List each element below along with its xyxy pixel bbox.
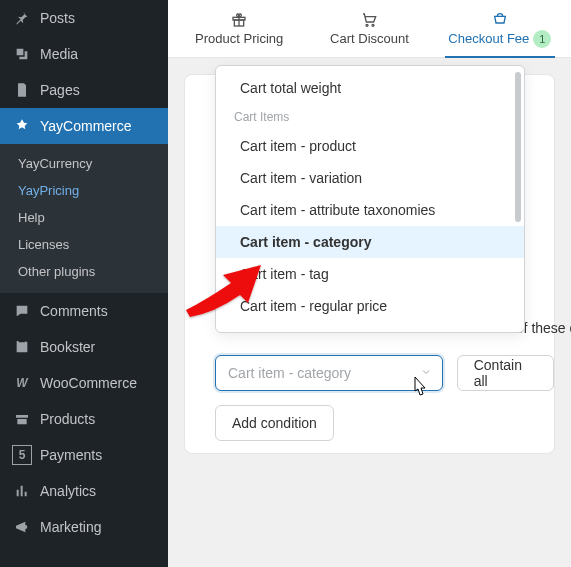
scrollbar[interactable] [515, 72, 521, 222]
condition-dropdown[interactable]: Cart total weight Cart Items Cart item -… [215, 65, 525, 333]
admin-sidebar: Posts Media Pages YayCommerce YayCurrenc… [0, 0, 168, 567]
submenu-licenses[interactable]: Licenses [0, 231, 168, 258]
sidebar-item-payments[interactable]: 5 Payments [0, 437, 168, 473]
condition-select-value: Cart item - category [228, 365, 351, 381]
calendar-icon [12, 337, 32, 357]
yay-icon [12, 116, 32, 136]
page-icon [12, 80, 32, 100]
sidebar-item-label: WooCommerce [40, 375, 137, 391]
svg-point-3 [372, 24, 374, 26]
megaphone-icon [12, 517, 32, 537]
dropdown-item[interactable]: Cart item - product [216, 130, 524, 162]
media-icon [12, 44, 32, 64]
submenu-other[interactable]: Other plugins [0, 258, 168, 285]
svg-point-2 [366, 24, 368, 26]
tab-badge: 1 [533, 30, 551, 48]
dropdown-item[interactable]: Cart item - tag [216, 258, 524, 290]
sidebar-item-label: Marketing [40, 519, 101, 535]
dropdown-item[interactable]: Cart total weight [216, 72, 524, 104]
sidebar-item-label: Payments [40, 447, 102, 463]
sidebar-item-analytics[interactable]: Analytics [0, 473, 168, 509]
settings-card: Cart total weight Cart Items Cart item -… [184, 74, 555, 454]
contain-all-button[interactable]: Contain all [457, 355, 554, 391]
products-icon [12, 409, 32, 429]
sidebar-item-label: Media [40, 46, 78, 62]
dropdown-item[interactable]: Cart item - regular price [216, 290, 524, 322]
sidebar-item-appearance[interactable]: Appearance [0, 557, 168, 567]
checkout-icon [492, 10, 508, 28]
sidebar-item-comments[interactable]: Comments [0, 293, 168, 329]
tab-product-pricing[interactable]: Product Pricing [174, 0, 304, 57]
sidebar-item-label: Analytics [40, 483, 96, 499]
sidebar-item-media[interactable]: Media [0, 36, 168, 72]
sidebar-item-yaycommerce[interactable]: YayCommerce [0, 108, 168, 144]
sidebar-item-label: Products [40, 411, 95, 427]
dropdown-item[interactable]: Cart item - attribute taxonomies [216, 194, 524, 226]
sidebar-item-label: Bookster [40, 339, 95, 355]
sidebar-item-marketing[interactable]: Marketing [0, 509, 168, 545]
sidebar-submenu: YayCurrency YayPricing Help Licenses Oth… [0, 144, 168, 293]
tab-label: Product Pricing [195, 31, 283, 46]
sidebar-item-woocommerce[interactable]: W WooCommerce [0, 365, 168, 401]
tab-checkout-fee[interactable]: Checkout Fee 1 [435, 0, 565, 57]
sidebar-item-label: YayCommerce [40, 118, 132, 134]
sidebar-item-posts[interactable]: Posts [0, 0, 168, 36]
dropdown-group-label: Cart Items [216, 104, 524, 130]
sidebar-item-products[interactable]: Products [0, 401, 168, 437]
add-condition-button[interactable]: Add condition [215, 405, 334, 441]
sidebar-item-pages[interactable]: Pages [0, 72, 168, 108]
tabs-bar: Product Pricing Cart Discount Checkout F… [168, 0, 571, 58]
analytics-icon [12, 481, 32, 501]
main-area: Product Pricing Cart Discount Checkout F… [168, 0, 571, 567]
gift-icon [231, 11, 247, 29]
dropdown-item[interactable]: Cart item - variation [216, 162, 524, 194]
submenu-help[interactable]: Help [0, 204, 168, 231]
submenu-yaycurrency[interactable]: YayCurrency [0, 150, 168, 177]
sidebar-item-label: Pages [40, 82, 80, 98]
tab-label: Checkout Fee [448, 31, 529, 46]
pin-icon [12, 8, 32, 28]
submenu-yaypricing[interactable]: YayPricing [0, 177, 168, 204]
sidebar-item-bookster[interactable]: Bookster [0, 329, 168, 365]
chevron-down-icon [420, 365, 432, 381]
sidebar-item-label: Comments [40, 303, 108, 319]
woo-icon: W [12, 373, 32, 393]
sidebar-item-label: Posts [40, 10, 75, 26]
comment-icon [12, 301, 32, 321]
tab-label: Cart Discount [330, 31, 409, 46]
condition-select[interactable]: Cart item - category [215, 355, 443, 391]
dropdown-item-selected[interactable]: Cart item - category [216, 226, 524, 258]
payments-icon: 5 [12, 445, 32, 465]
cart-icon [361, 11, 377, 29]
tab-cart-discount[interactable]: Cart Discount [304, 0, 434, 57]
